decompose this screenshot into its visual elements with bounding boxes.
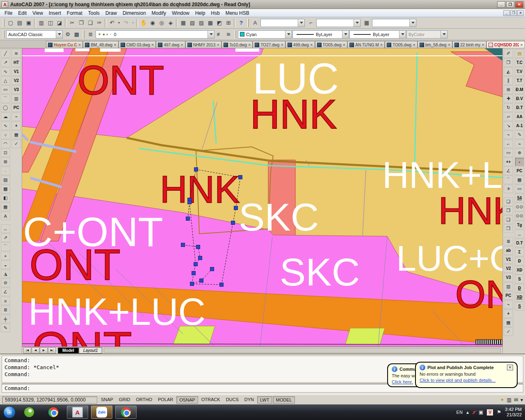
minimize-button[interactable]: _ [497, 1, 505, 8]
doc-tab[interactable]: 497.dwg ✕ [156, 41, 185, 48]
table2-icon[interactable]: ▦ [515, 176, 524, 184]
draw-order-front-icon[interactable]: ❏ [504, 197, 513, 206]
chevron-down-icon[interactable] [285, 31, 292, 38]
menu-item[interactable]: View [30, 9, 46, 17]
menu-item[interactable]: Help [192, 9, 208, 17]
region-icon[interactable]: ◧ [1, 194, 10, 202]
open-tool-icon[interactable]: ▤ [515, 49, 524, 58]
dim-linear-icon[interactable]: ↔ [1, 224, 10, 233]
close-tab-icon[interactable]: ✕ [114, 43, 116, 47]
chevron-down-icon[interactable] [399, 31, 406, 38]
properties-icon[interactable]: ▦ [179, 18, 188, 27]
toolbar-button[interactable] [105, 18, 107, 27]
mtext-icon[interactable]: A [1, 212, 10, 220]
doc-tab[interactable]: 499.dwg ✕ [285, 41, 315, 48]
text-style-combo[interactable] [260, 19, 305, 27]
s-ul-button[interactable]: S [515, 302, 524, 310]
xd-ul-button[interactable]: XĐ [515, 293, 524, 301]
plus-tool-button[interactable]: + [11, 121, 21, 130]
status-toggle[interactable]: MODEL [273, 396, 294, 404]
menu-item[interactable]: Tools [85, 9, 103, 17]
close-tab-icon[interactable]: ✕ [482, 43, 484, 47]
plot-details-link[interactable]: Click to view plot and publish details..… [420, 378, 513, 383]
circles-tool-icon[interactable]: ⊙⊙ [515, 203, 524, 211]
selection-grip[interactable] [190, 282, 194, 286]
spline-icon[interactable]: ∿ [1, 121, 10, 130]
check-right-icon[interactable]: ✓ [504, 327, 513, 336]
d-button[interactable]: Đ [515, 257, 524, 265]
table-right-icon[interactable]: ▦ [504, 318, 513, 327]
doc-tab[interactable]: CQHSDD 202 ✕ [486, 41, 525, 48]
v3-button[interactable]: V3 [11, 85, 21, 94]
horizontal-scrollbar[interactable] [104, 348, 501, 353]
status-toggle[interactable]: OTRACK [199, 396, 223, 404]
point-icon[interactable]: · [1, 167, 10, 175]
action-center-icon[interactable]: ⚑ [497, 409, 501, 415]
linetype-combo[interactable]: ByLayer [292, 30, 349, 39]
ht-button[interactable]: HT [11, 58, 21, 67]
mirror-icon[interactable]: ◭ [504, 67, 513, 76]
cut-icon[interactable]: ✂ [68, 18, 77, 27]
dt-button[interactable]: Đ.T [515, 103, 524, 112]
selection-grip[interactable] [194, 168, 198, 171]
fillet-icon[interactable]: ⌒ [504, 176, 513, 184]
close-tab-icon[interactable]: ✕ [217, 43, 219, 47]
close-tab-icon[interactable]: ✕ [151, 43, 154, 47]
circles2-tool-icon[interactable]: ⊙⊙ [515, 212, 524, 220]
workspace-settings-icon[interactable]: ⚙ [63, 30, 72, 39]
plot-icon[interactable]: ▥ [37, 18, 46, 27]
parcel-right-icon[interactable]: ▥ [504, 282, 513, 291]
copy-object-icon[interactable]: ❐ [504, 58, 513, 67]
circle-plus-tool-icon[interactable]: ⊕ [515, 148, 524, 157]
trim-right-icon[interactable]: ⌁ [504, 300, 513, 309]
quickcalc-icon[interactable]: ⊞ [224, 18, 233, 27]
arc-icon[interactable]: ⌒ [1, 94, 10, 103]
selection-grip[interactable] [200, 279, 203, 283]
table-icon[interactable]: ▦ [1, 203, 10, 211]
selection-grip[interactable] [231, 221, 235, 225]
close-balloon-icon[interactable]: ✕ [507, 365, 513, 370]
doc-tab[interactable]: BM_49.dwg ✕ [83, 41, 119, 48]
doc-tab[interactable]: NHMY 2013 ✕ [185, 41, 221, 48]
first-tab-icon[interactable]: |◀ [23, 347, 31, 354]
dim-style-combo[interactable] [316, 19, 361, 27]
close-tab-icon[interactable]: ✕ [343, 43, 346, 47]
circle-icon[interactable]: ◯ [1, 103, 10, 112]
trim-icon[interactable]: ⌁ [504, 130, 513, 139]
menu-item[interactable]: File [2, 9, 15, 17]
pan-icon[interactable]: ✋ [139, 18, 148, 27]
v1-right-button[interactable]: V1 [504, 255, 513, 264]
map-canvas[interactable]: ONTLUCHNKHNKSKCHNK+LHNKLUC+OONTC+ONTONTS… [22, 48, 502, 347]
markup-set-manager-icon[interactable]: ◩ [215, 18, 224, 27]
text-style-icon[interactable]: A [251, 18, 260, 27]
selection-grip[interactable] [181, 243, 185, 247]
taskbar-chrome2-button[interactable] [115, 406, 137, 419]
toolbar-grip[interactable] [235, 30, 236, 39]
drawing-area[interactable]: ONTLUCHNKHNKSKCHNK+LHNKLUC+OONTC+ONTONTS… [22, 48, 502, 347]
next-tab-icon[interactable]: ▶ [40, 347, 48, 354]
plot-preview-icon[interactable]: ◫ [46, 18, 55, 27]
doc-tab[interactable]: TO05.dwg ✕ [315, 41, 348, 48]
doc-tab[interactable]: CMD 03.dwg ✕ [119, 41, 156, 48]
tc-button[interactable]: T.C [515, 58, 524, 67]
menu-item[interactable]: Draw [103, 9, 120, 17]
laytrans-icon[interactable]: ≋ [11, 49, 21, 58]
table-tool-icon[interactable]: ▦ [11, 130, 21, 139]
dim-diameter-icon[interactable]: ⊘ [1, 278, 10, 287]
v2-right-button[interactable]: V2 [504, 264, 513, 273]
quick-leader-icon[interactable]: ✎ [1, 324, 10, 332]
chevron-down-icon[interactable] [354, 19, 360, 27]
blank-tool-icon[interactable]: ▭ [515, 185, 524, 193]
move-icon[interactable]: ✚ [504, 94, 513, 103]
selection-grip[interactable] [199, 256, 202, 260]
area-54-button[interactable]: 54 [515, 194, 524, 202]
selection-grip[interactable] [234, 206, 238, 210]
check-tool-icon[interactable]: ✓ [11, 139, 21, 148]
a1-button[interactable]: A-1 [515, 121, 524, 130]
plot-notify-icon[interactable]: ▥ [507, 397, 511, 403]
pc-button[interactable]: PC [11, 103, 21, 112]
status-toggle[interactable]: ORTHO [133, 396, 155, 404]
sum-button[interactable]: Σ [515, 248, 524, 256]
status-toggle[interactable]: DYN [242, 396, 256, 404]
paste-icon[interactable]: ❑ [86, 18, 95, 27]
